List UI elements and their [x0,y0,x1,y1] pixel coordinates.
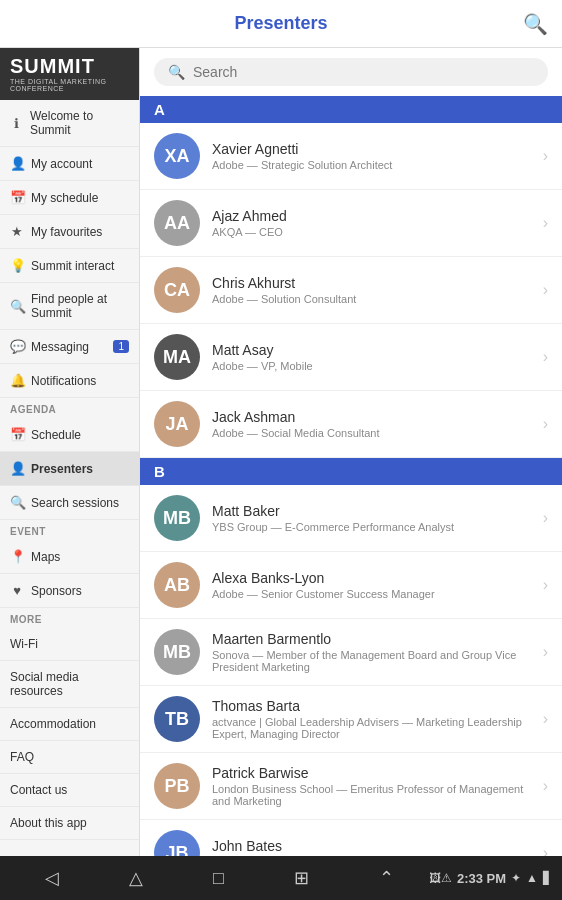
sidebar-item-summit-interact[interactable]: 💡 Summit interact [0,249,139,283]
up-button[interactable]: ⌃ [374,862,399,894]
avatar: XA [154,133,200,179]
presenter-name: Patrick Barwise [212,765,531,781]
sidebar-item-my-favourites[interactable]: ★ My favourites [0,215,139,249]
sidebar-item-label: My account [31,157,92,171]
sidebar-item-wifi[interactable]: Wi-Fi [0,628,139,661]
bottom-bar: ◁ △ □ ⊞ ⌃ 🖼⚠ 2:33 PM ✦ ▲ ▋ [0,856,562,900]
sidebar-item-find-people[interactable]: 🔍 Find people at Summit [0,283,139,330]
heart-icon: ♥ [10,583,24,598]
star-icon: ★ [10,224,24,239]
avatar: AB [154,562,200,608]
bell-icon: 🔔 [10,373,24,388]
presenter-item[interactable]: AB Alexa Banks-Lyon Adobe — Senior Custo… [140,552,562,619]
sidebar-item-label: FAQ [10,750,34,764]
search-container: 🔍 [140,48,562,96]
presenter-info: John Bates Adobe — Senior Product Manage… [212,838,531,856]
search-icon[interactable]: 🔍 [523,12,548,36]
chevron-right-icon: › [543,281,548,299]
presenter-info: Matt Asay Adobe — VP, Mobile [212,342,531,372]
presenter-item[interactable]: JA Jack Ashman Adobe — Social Media Cons… [140,391,562,458]
sidebar-item-accommodation[interactable]: Accommodation [0,708,139,741]
sidebar-logo: SUMMIT THE DIGITAL MARKETING CONFERENCE [0,48,139,100]
presenter-item[interactable]: TB Thomas Barta actvance | Global Leader… [140,686,562,753]
sidebar-item-sponsors[interactable]: ♥ Sponsors [0,574,139,608]
sidebar-item-welcome[interactable]: ℹ Welcome to Summit [0,100,139,147]
presenter-info: Xavier Agnetti Adobe — Strategic Solutio… [212,141,531,171]
presenter-name: Jack Ashman [212,409,531,425]
presenter-name: Maarten Barmentlo [212,631,531,647]
presenter-item[interactable]: XA Xavier Agnetti Adobe — Strategic Solu… [140,123,562,190]
presenter-item[interactable]: JB John Bates Adobe — Senior Product Man… [140,820,562,856]
event-section-label: EVENT [0,520,139,540]
sidebar-item-label: Notifications [31,374,96,388]
presenter-item[interactable]: MB Maarten Barmentlo Sonova — Member of … [140,619,562,686]
sidebar-item-messaging[interactable]: 💬 Messaging 1 [0,330,139,364]
presenter-info: Chris Akhurst Adobe — Solution Consultan… [212,275,531,305]
search-bar[interactable]: 🔍 [154,58,548,86]
agenda-section-label: AGENDA [0,398,139,418]
sidebar-item-label: Welcome to Summit [30,109,129,137]
sidebar-item-label: Search sessions [31,496,119,510]
info-icon: ℹ [10,116,23,131]
sidebar-item-schedule[interactable]: 📅 Schedule [0,418,139,452]
presenter-item[interactable]: MA Matt Asay Adobe — VP, Mobile › [140,324,562,391]
sidebar-item-label: Wi-Fi [10,637,38,651]
sidebar-item-faq[interactable]: FAQ [0,741,139,774]
avatar: MB [154,495,200,541]
avatar: MB [154,629,200,675]
section-header-a: A [140,96,562,123]
chevron-right-icon: › [543,214,548,232]
presenter-item[interactable]: AA Ajaz Ahmed AKQA — CEO › [140,190,562,257]
presenter-name: John Bates [212,838,531,854]
chevron-right-icon: › [543,348,548,366]
avatar: TB [154,696,200,742]
avatar: JB [154,830,200,856]
logo-subtitle: THE DIGITAL MARKETING CONFERENCE [10,78,129,92]
sidebar-item-social-media[interactable]: Social media resources [0,661,139,708]
chevron-right-icon: › [543,415,548,433]
presenter-item[interactable]: PB Patrick Barwise London Business Schoo… [140,753,562,820]
chevron-right-icon: › [543,576,548,594]
sidebar-item-label: Social media resources [10,670,129,698]
recents-button[interactable]: □ [208,863,229,894]
presenter-detail: Adobe — Senior Customer Success Manager [212,588,531,600]
top-bar: Presenters 🔍 [0,0,562,48]
sidebar-item-label: About this app [10,816,87,830]
presenter-name: Ajaz Ahmed [212,208,531,224]
sidebar-item-contact[interactable]: Contact us [0,774,139,807]
presenter-detail: Adobe — VP, Mobile [212,360,531,372]
sidebar-item-label: Maps [31,550,60,564]
bluetooth-icon: ✦ [511,871,521,885]
sidebar: SUMMIT THE DIGITAL MARKETING CONFERENCE … [0,48,140,856]
presenter-item[interactable]: CA Chris Akhurst Adobe — Solution Consul… [140,257,562,324]
presenter-name: Matt Baker [212,503,531,519]
page-title: Presenters [234,13,327,34]
wifi-icon: ▲ [526,871,538,885]
home-button[interactable]: △ [124,862,148,894]
sidebar-item-presenters[interactable]: 👤 Presenters [0,452,139,486]
sidebar-item-label: Messaging [31,340,89,354]
status-icons: 🖼⚠ [429,871,452,885]
sidebar-item-label: Accommodation [10,717,96,731]
chevron-right-icon: › [543,777,548,795]
sidebar-item-maps[interactable]: 📍 Maps [0,540,139,574]
presenter-info: Matt Baker YBS Group — E-Commerce Perfor… [212,503,531,533]
sidebar-item-label: My favourites [31,225,102,239]
presenter-item[interactable]: MB Matt Baker YBS Group — E-Commerce Per… [140,485,562,552]
presenters-icon: 👤 [10,461,24,476]
sidebar-item-my-schedule[interactable]: 📅 My schedule [0,181,139,215]
chevron-right-icon: › [543,844,548,856]
presenter-detail: Adobe — Solution Consultant [212,293,531,305]
back-button[interactable]: ◁ [40,862,64,894]
sidebar-item-my-account[interactable]: 👤 My account [0,147,139,181]
screenshot-button[interactable]: ⊞ [289,862,314,894]
chat-icon: 💬 [10,339,24,354]
sidebar-item-about[interactable]: About this app [0,807,139,840]
chevron-right-icon: › [543,643,548,661]
avatar: AA [154,200,200,246]
sidebar-item-label: Find people at Summit [31,292,129,320]
search-input[interactable] [193,64,534,80]
presenter-info: Alexa Banks-Lyon Adobe — Senior Customer… [212,570,531,600]
sidebar-item-notifications[interactable]: 🔔 Notifications [0,364,139,398]
sidebar-item-search-sessions[interactable]: 🔍 Search sessions [0,486,139,520]
